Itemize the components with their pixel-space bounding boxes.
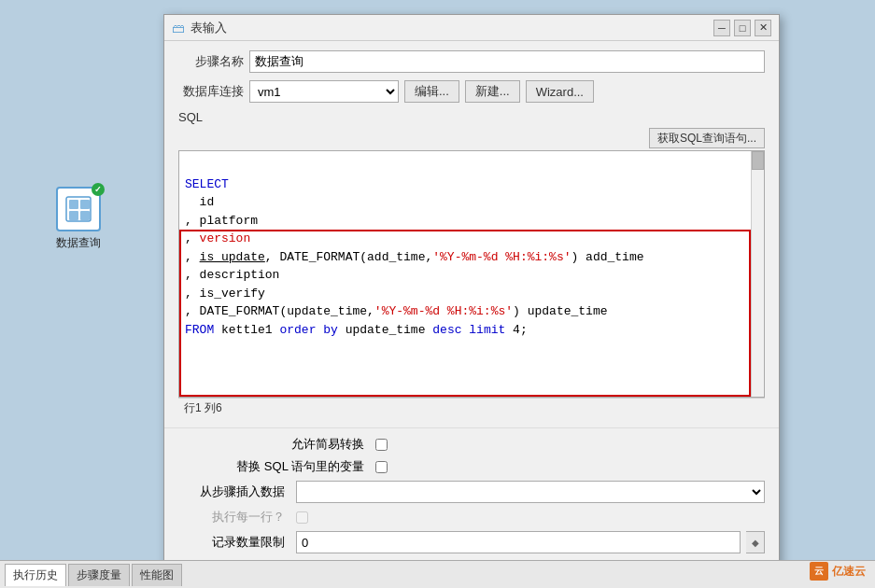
tab-step-metrics[interactable]: 步骤度量 <box>68 564 130 586</box>
insert-from-select[interactable] <box>296 481 765 503</box>
workflow-node[interactable]: ✓ 数据查询 <box>56 187 101 251</box>
execute-each-row: 执行每一行？ <box>178 509 765 525</box>
dialog-title: 表输入 <box>191 20 227 36</box>
close-button[interactable]: ✕ <box>755 20 771 36</box>
replace-var-row: 替换 SQL 语句里的变量 <box>178 458 765 475</box>
sql-vscroll[interactable] <box>751 151 764 397</box>
node-label: 数据查询 <box>56 235 101 251</box>
sql-vscroll-thumb <box>752 151 764 170</box>
node-badge: ✓ <box>92 183 105 196</box>
dialog-content: 步骤名称 数据库连接 vm1 编辑... 新建... Wizard... SQL… <box>164 41 779 427</box>
db-connect-label: 数据库连接 <box>178 83 244 100</box>
watermark-icon: 云 <box>810 562 828 581</box>
insert-from-row: 从步骤插入数据 <box>178 481 765 503</box>
execute-each-checkbox[interactable] <box>296 511 308 524</box>
sql-content[interactable]: SELECT id , platform , version , is_upda… <box>179 151 764 397</box>
bottom-form: 允许简易转换 替换 SQL 语句里的变量 从步骤插入数据 执行每一行？ <box>164 427 779 567</box>
sql-editor-container: SELECT id , platform , version , is_upda… <box>178 150 765 398</box>
tab-execution-history-label: 执行历史 <box>13 567 58 583</box>
restore-button[interactable]: □ <box>734 20 751 36</box>
simple-convert-row: 允许简易转换 <box>178 436 765 453</box>
replace-var-label: 替换 SQL 语句里的变量 <box>178 458 370 475</box>
insert-from-label: 从步骤插入数据 <box>178 483 290 500</box>
wizard-button[interactable]: Wizard... <box>526 80 594 103</box>
svg-rect-4 <box>80 211 90 220</box>
record-limit-input[interactable] <box>296 531 741 553</box>
svg-rect-3 <box>69 211 78 220</box>
title-controls: ─ □ ✕ <box>713 20 771 36</box>
minimize-button[interactable]: ─ <box>713 20 730 36</box>
title-bar-left: 🗃 表输入 <box>172 20 227 36</box>
table-input-dialog: 🗃 表输入 ─ □ ✕ 步骤名称 数据库连接 vm1 编辑... 新建... W… <box>163 14 780 588</box>
tab-performance-chart[interactable]: 性能图 <box>132 564 182 586</box>
record-limit-icon[interactable]: ◆ <box>746 531 765 553</box>
execute-each-label: 执行每一行？ <box>178 509 290 525</box>
get-sql-button[interactable]: 获取SQL查询语句... <box>649 128 765 148</box>
status-bar: 行1 列6 <box>178 398 765 418</box>
db-connect-row: 数据库连接 vm1 编辑... 新建... Wizard... <box>178 80 765 103</box>
sql-label: SQL <box>178 110 765 124</box>
tab-step-metrics-label: 步骤度量 <box>77 567 121 583</box>
record-limit-label: 记录数量限制 <box>178 534 290 551</box>
record-limit-row: 记录数量限制 ◆ <box>178 531 765 553</box>
replace-var-checkbox-wrapper <box>375 461 388 473</box>
simple-convert-checkbox[interactable] <box>375 439 388 451</box>
title-bar: 🗃 表输入 ─ □ ✕ <box>164 15 779 41</box>
svg-rect-1 <box>69 200 78 209</box>
replace-var-checkbox[interactable] <box>375 461 388 473</box>
watermark: 云 亿速云 <box>810 562 866 581</box>
db-connect-select[interactable]: vm1 <box>249 80 399 103</box>
node-icon-wrapper: ✓ <box>56 187 101 231</box>
dialog-icon: 🗃 <box>172 21 185 35</box>
step-name-input[interactable] <box>249 50 765 73</box>
sql-toolbar: 获取SQL查询语句... <box>178 128 765 148</box>
step-name-label: 步骤名称 <box>178 53 244 70</box>
watermark-text: 亿速云 <box>832 564 866 580</box>
edit-button[interactable]: 编辑... <box>404 80 459 103</box>
tab-execution-history[interactable]: 执行历史 <box>5 564 66 586</box>
simple-convert-checkbox-wrapper <box>375 439 388 451</box>
simple-convert-label: 允许简易转换 <box>178 436 370 453</box>
new-button[interactable]: 新建... <box>465 80 520 103</box>
svg-rect-2 <box>80 200 90 209</box>
step-name-row: 步骤名称 <box>178 50 765 73</box>
cursor-position: 行1 列6 <box>184 400 222 416</box>
bottom-tabs: 执行历史 步骤度量 性能图 <box>0 560 875 588</box>
tab-performance-chart-label: 性能图 <box>140 567 174 583</box>
execute-each-checkbox-wrapper <box>296 511 308 524</box>
